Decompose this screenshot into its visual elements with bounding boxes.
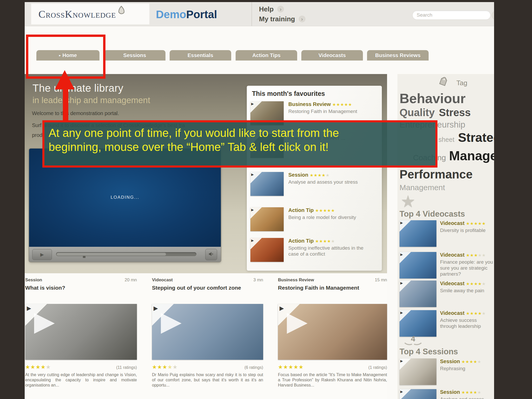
product-portal: Portal — [186, 8, 217, 21]
tag-behaviour[interactable]: Behaviour — [400, 91, 466, 106]
top-videocasts-title: Top 4 Videocasts — [400, 209, 465, 219]
videocast-item[interactable]: Videocast ★★★★★ Finance people: are you … — [400, 252, 494, 278]
videocast-item[interactable]: Videocast ★★★★★ Smile away the pain — [400, 281, 494, 307]
logo-pebble-icon — [117, 5, 125, 16]
logo[interactable]: CrossKnowledge — [31, 4, 149, 24]
progress-bar[interactable] — [56, 252, 196, 256]
rating-stars: ★★★★★ — [466, 221, 486, 226]
card-title: Restoring Faith in Management — [278, 285, 387, 291]
play-icon: ▶ — [40, 252, 44, 257]
card-description: Dr Mario Puig explains how scary and ris… — [152, 372, 263, 388]
item-thumbnail[interactable] — [400, 389, 436, 399]
rating-stars: ★★★★★ — [310, 173, 330, 177]
content-card[interactable]: Business Review 15 mn Restoring Faith in… — [278, 277, 387, 388]
item-title: Finance people: are you sure you are str… — [440, 259, 494, 277]
item-title: Achieve success through leadership — [440, 317, 494, 329]
card-title: What is vision? — [25, 285, 137, 291]
header-divider — [251, 2, 252, 26]
session-item[interactable]: Session ★★★★★ Analyse and assess your st… — [400, 389, 494, 399]
annotation-text-line1: At any one point of time, if you would l… — [49, 126, 435, 140]
loading-text: LOADING... — [29, 195, 221, 200]
hero-surf-text-2: prod — [32, 132, 42, 138]
header-nav: Help › My training › — [259, 4, 305, 24]
play-corner-icon — [400, 220, 411, 232]
page: CrossKnowledge DemoPortal Help › My trai… — [0, 0, 532, 399]
tag-performance[interactable]: Performance — [400, 167, 473, 182]
card-duration: 15 mn — [375, 277, 387, 283]
item-thumbnail[interactable] — [400, 358, 436, 385]
card-type: Session — [25, 277, 42, 283]
annotation-callout: At any one point of time, if you would l… — [42, 120, 437, 168]
item-title: Spotting ineffective attitudes in the ca… — [288, 245, 374, 257]
product-demo: Demo — [156, 8, 186, 21]
play-corner-icon — [400, 358, 411, 370]
play-corner-icon — [250, 101, 262, 113]
hero-welcome-text: Welcome to this demonstration portal. — [32, 110, 119, 116]
item-thumbnail[interactable] — [250, 238, 284, 262]
favourite-item[interactable]: Action Tip ★★★★★ Being a role model for … — [250, 207, 378, 231]
tab-sessions[interactable]: Sessions — [104, 50, 165, 61]
tab-videocasts[interactable]: Videocasts — [301, 50, 363, 61]
tab-action-tips[interactable]: Action Tips — [236, 50, 297, 61]
tag-strategy[interactable]: Strategy — [458, 130, 494, 145]
my-training-link[interactable]: My training › — [259, 14, 305, 24]
item-title: Smile away the pain — [440, 288, 494, 294]
tag-stress[interactable]: Stress — [439, 106, 471, 119]
logo-text: CrossKnowledge — [38, 8, 116, 20]
videocast-item[interactable]: Videocast ★★★★★ Diversity is profitable — [400, 220, 494, 247]
rating-stars: ★★★★★ — [461, 360, 481, 364]
card-description: Focus based on the article “It's Time to… — [278, 372, 387, 388]
volume-button[interactable] — [205, 249, 217, 260]
play-icon: ▶ — [34, 308, 55, 335]
tab-essentials[interactable]: Essentials — [170, 50, 231, 61]
item-title: Analyse and assess your stress — [288, 179, 374, 185]
tag-sheet[interactable]: sheet — [438, 132, 454, 147]
item-title: Being a role model for diversity — [288, 214, 374, 220]
card-thumbnail[interactable]: ▶ — [25, 304, 137, 360]
content-card[interactable]: Session 20 mn What is vision? ▶ ★★★★★ (1… — [25, 277, 137, 388]
search-area: ok — [412, 10, 491, 20]
card-duration: 20 mn — [125, 277, 137, 283]
play-button[interactable]: ▶ — [32, 249, 52, 260]
chevron-right-icon: › — [299, 16, 305, 22]
item-title: Analyse and assess your stress — [440, 396, 494, 399]
card-title: Stepping out of your comfort zone — [152, 285, 263, 291]
annotation-text-line2: beginning, mouse over the “Home” Tab & l… — [49, 140, 435, 154]
card-type: Business Review — [278, 277, 314, 283]
item-thumbnail[interactable] — [400, 310, 436, 337]
session-item[interactable]: Session ★★★★★ Rephrasing — [400, 358, 494, 385]
search-input[interactable] — [412, 10, 491, 20]
card-description: At the very cutting edge of leadership a… — [25, 372, 137, 388]
item-title: Restoring Faith in Management — [288, 108, 374, 114]
card-thumbnail[interactable]: ▶ — [278, 304, 387, 360]
rating-count: (1 ratings) — [368, 365, 387, 370]
player-controls: ▶ — [29, 247, 221, 262]
tab-business-reviews[interactable]: Business Reviews — [367, 50, 429, 61]
card-type: Videocast — [152, 277, 173, 283]
progress-knob[interactable] — [83, 256, 85, 258]
help-link[interactable]: Help › — [259, 4, 305, 14]
play-corner-icon — [250, 172, 262, 183]
play-corner-icon — [400, 389, 411, 399]
search-ok-button[interactable]: ok — [492, 11, 494, 20]
favourite-item[interactable]: Action Tip ★★★★★ Spotting ineffective at… — [250, 238, 378, 262]
item-thumbnail[interactable] — [400, 281, 436, 307]
play-corner-icon — [400, 281, 411, 292]
favourite-item[interactable]: Session ★★★★★ Analyse and assess your st… — [250, 172, 378, 196]
rating-stars: ★★★★★ — [315, 239, 335, 243]
tag-manager[interactable]: Manager — [449, 148, 494, 164]
content-card[interactable]: Videocast 3 mn Stepping out of your comf… — [152, 277, 263, 388]
item-thumbnail[interactable] — [400, 252, 436, 278]
videocast-item[interactable]: Videocast ★★★★★ Achieve success through … — [400, 310, 494, 337]
item-thumbnail[interactable] — [400, 220, 436, 247]
item-title: Diversity is profitable — [440, 227, 494, 233]
tag-quality[interactable]: Quality — [400, 106, 435, 119]
item-thumbnail[interactable] — [250, 207, 284, 231]
top-sessions-title: Top 4 Sessions — [400, 347, 458, 356]
portal-window: CrossKnowledge DemoPortal Help › My trai… — [25, 2, 494, 399]
card-thumbnail[interactable]: ▶ — [152, 304, 263, 360]
hero-title: The ultimate library — [32, 82, 123, 94]
item-thumbnail[interactable] — [250, 172, 284, 196]
progress-fill — [57, 253, 166, 256]
rating-stars: ★★★★★ — [25, 364, 51, 370]
